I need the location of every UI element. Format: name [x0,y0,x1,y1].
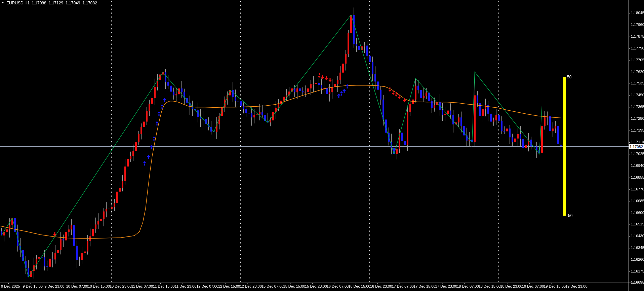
price-axis-label: 1.17705 [631,58,644,62]
time-axis-label: 17 Dec 15:00 [413,284,435,288]
time-axis-label: 16 Dec 07:00 [327,284,349,288]
chart-window: ▼ EURUSD,H1 1.17088 1.17129 1.17049 1.17… [0,0,644,291]
price-axis-label: 1.16430 [631,234,644,238]
ohlc-high: 1.17129 [49,1,63,5]
time-axis-label: 11 Dec 07:00 [131,284,153,288]
indicator-level-high-label: 50 [567,75,571,79]
price-axis-label: 1.16345 [631,246,644,250]
time-axis-label: 9 Dec 15:00 [23,284,43,288]
price-axis-label: 1.16940 [631,163,644,168]
price-axis-label: 1.16770 [631,187,644,191]
time-axis-label: 16 Dec 23:00 [370,284,392,288]
time-axis-label: 18 Dec 07:00 [457,284,479,288]
price-axis-label: 1.17195 [631,128,644,132]
current-price-tag: 1.17082 [629,144,644,149]
price-axis-label: 1.16685 [631,199,644,203]
price-axis-label: 1.17620 [631,70,644,74]
time-axis-label: 10 Dec 15:00 [88,284,110,288]
time-axis-label: 12 Dec 15:00 [218,284,240,288]
price-axis-label: 1.16175 [631,269,644,273]
price-axis-label: 1.16600 [631,211,644,215]
price-axis-label: 1.16855 [631,175,644,179]
time-axis-label: 19 Dec 23:00 [565,284,587,288]
time-axis-label: 18 Dec 23:00 [500,284,522,288]
chart-title: ▼ EURUSD,H1 1.17088 1.17129 1.17049 1.17… [1,1,97,5]
time-axis-label: 9 Dec 2025 [1,284,20,288]
price-axis-label: 1.17365 [631,105,644,109]
price-axis-label: 1.16095 [631,280,644,284]
candlestick-chart[interactable] [0,0,644,291]
symbol-period-label: EURUSD,H1 [6,1,30,5]
ohlc-low: 1.17049 [66,1,80,5]
time-axis-label: 18 Dec 15:00 [479,284,500,288]
time-axis-label: 12 Dec 23:00 [240,284,261,288]
price-axis-label: 1.17535 [631,81,644,85]
price-axis-label: 1.17790 [631,46,644,50]
time-axis-label: 16 Dec 15:00 [348,284,370,288]
price-axis-label: 1.17450 [631,93,644,97]
time-axis-label: 15 Dec 23:00 [305,284,327,288]
price-axis-label: 1.16515 [631,222,644,226]
time-axis-label: 9 Dec 23:00 [44,284,64,288]
price-axis-label: 1.16260 [631,257,644,261]
time-axis-label: 11 Dec 23:00 [175,284,197,288]
price-axis-label: 1.17025 [631,152,644,156]
price-axis-label: 1.17280 [631,116,644,120]
time-axis-label: 15 Dec 15:00 [283,284,305,288]
price-axis-label: 1.17110 [631,140,644,144]
time-axis-label: 19 Dec 15:00 [544,284,566,288]
price-axis-label: 1.17875 [631,34,644,38]
time-axis-label: 11 Dec 15:00 [153,284,175,288]
window-marker-icon[interactable]: ▼ [1,1,4,4]
price-axis-label: 1.18045 [631,11,644,15]
ohlc-open: 1.17088 [32,1,46,5]
ohlc-close: 1.17082 [82,1,97,5]
indicator-level-low-label: -50 [567,213,572,218]
time-axis-label: 15 Dec 07:00 [261,284,283,288]
price-axis-label: 1.17960 [631,23,644,27]
time-axis-label: 12 Dec 07:00 [196,284,218,288]
time-axis-label: 10 Dec 23:00 [110,284,131,288]
time-axis-label: 19 Dec 07:00 [522,284,544,288]
time-axis-label: 17 Dec 07:00 [392,284,413,288]
time-axis-label: 17 Dec 23:00 [435,284,457,288]
time-axis-label: 10 Dec 07:00 [66,284,88,288]
